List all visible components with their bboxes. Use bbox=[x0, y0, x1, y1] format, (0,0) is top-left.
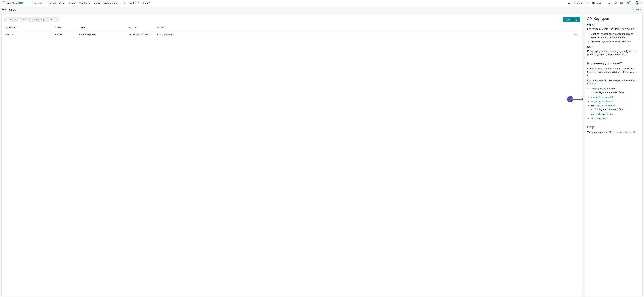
user-text: For querying data and managing configura… bbox=[587, 50, 640, 56]
create-key-button[interactable]: Create key bbox=[563, 17, 580, 22]
chevron-down-icon bbox=[149, 2, 151, 4]
svg-line-7 bbox=[610, 3, 610, 4]
nav-synthetics[interactable]: Synthetics bbox=[78, 1, 92, 4]
help-heading: Help bbox=[587, 125, 640, 129]
help-text: To learn more about API keys, see our do… bbox=[587, 131, 640, 134]
li-license: Existing License keys New keys are manag… bbox=[590, 104, 640, 111]
not-seeing-heading: Not seeing your keys? bbox=[587, 61, 640, 65]
nav-explorer[interactable]: Explorer bbox=[46, 1, 58, 4]
row-actions-button[interactable]: ··· bbox=[574, 33, 579, 36]
external-link-icon bbox=[611, 96, 613, 98]
chevron-down-icon bbox=[640, 2, 642, 4]
chart-icon bbox=[568, 1, 570, 4]
ingest-text: For getting data into New Relic. They in… bbox=[587, 27, 640, 31]
search-button[interactable] bbox=[607, 1, 612, 4]
help-button[interactable] bbox=[613, 1, 618, 4]
ingest-browser-item: Browser keys for browser applications bbox=[590, 40, 640, 43]
nav-browser[interactable]: Browser bbox=[66, 1, 78, 4]
sort-icon bbox=[136, 26, 138, 28]
svg-rect-4 bbox=[593, 3, 594, 4]
nav-divider bbox=[605, 1, 605, 4]
table-row: Account USER Statuspage_key NRAK-8R1****… bbox=[2, 30, 582, 39]
nav-right: Query your data Apps bbox=[566, 1, 642, 5]
link-license-keys[interactable]: License keys bbox=[599, 104, 615, 107]
li-mobile: Mobile App Tokens bbox=[590, 112, 640, 116]
link-mobile[interactable]: Mobile bbox=[590, 113, 600, 115]
annotation-circle: 1 bbox=[567, 96, 573, 102]
svg-point-6 bbox=[608, 2, 610, 3]
ingest-license-item: License keys for agent configuration and… bbox=[590, 32, 640, 39]
query-data-button[interactable]: Query your data bbox=[566, 1, 590, 4]
user-menu[interactable] bbox=[634, 1, 642, 5]
col-name[interactable]: NAME bbox=[79, 26, 129, 28]
annotation-dot bbox=[582, 98, 583, 100]
nav-alerts-ai[interactable]: Alerts & AI bbox=[128, 1, 142, 4]
col-value[interactable]: VALUE bbox=[129, 26, 157, 28]
help-icon bbox=[614, 1, 617, 4]
notifications-button[interactable] bbox=[625, 1, 630, 4]
newrelic-logo-icon bbox=[2, 1, 6, 4]
svg-line-11 bbox=[8, 20, 8, 20]
comment-icon bbox=[620, 1, 623, 4]
logo-text-teal: ONE bbox=[18, 1, 23, 4]
user-heading: User bbox=[587, 45, 640, 48]
cell-account: Account bbox=[5, 33, 55, 36]
svg-rect-3 bbox=[594, 2, 595, 3]
not-seeing-p2: Until then, they can be managed in their… bbox=[587, 79, 640, 86]
external-link-icon bbox=[633, 131, 635, 133]
feedback-button[interactable] bbox=[619, 1, 624, 4]
cell-name: Statuspage_key bbox=[79, 33, 129, 36]
link-see-docs[interactable]: see our docs bbox=[619, 131, 635, 134]
share-icon bbox=[632, 8, 635, 11]
page-title: API keys bbox=[2, 7, 16, 11]
svg-rect-5 bbox=[594, 3, 595, 4]
logo-tm: ™ bbox=[23, 2, 25, 3]
annotation-marker: 1 bbox=[567, 96, 583, 102]
nav-dashboards[interactable]: Dashboards bbox=[30, 1, 46, 4]
li-browser-sub: New keys are managed here bbox=[594, 90, 640, 94]
main-layout: Create key ACCOUNT TYPE NAME VALUE NOTES bbox=[0, 13, 644, 297]
li-insights-query: Insights Query keys bbox=[590, 100, 640, 103]
search-icon bbox=[608, 1, 611, 4]
svg-rect-2 bbox=[593, 2, 594, 3]
link-browser-keys[interactable]: Browser bbox=[599, 87, 610, 90]
li-rest: REST API key bbox=[590, 117, 640, 120]
external-link-icon bbox=[613, 104, 615, 107]
share-button[interactable]: Share bbox=[632, 8, 642, 11]
nav-more[interactable]: More bbox=[142, 1, 153, 4]
svg-point-1 bbox=[4, 2, 4, 3]
li-browser: Existing Browser keys New keys are manag… bbox=[590, 87, 640, 94]
svg-point-10 bbox=[6, 18, 8, 20]
apps-button[interactable]: Apps bbox=[591, 1, 603, 4]
side-panel: API Key types Ingest For getting data in… bbox=[584, 14, 642, 296]
li-license-sub: New keys are managed here bbox=[594, 107, 640, 111]
external-link-icon bbox=[606, 117, 608, 119]
link-insights-query[interactable]: Insights Query keys bbox=[590, 100, 614, 103]
page-header: API keys Share bbox=[0, 6, 644, 13]
filter-input[interactable] bbox=[9, 18, 58, 21]
nav-links: Dashboards Explorer APM Browser Syntheti… bbox=[30, 1, 153, 4]
sort-icon bbox=[86, 26, 87, 28]
cell-notes: For Statuspage bbox=[157, 33, 568, 36]
link-insights-insert[interactable]: Insights Insert keys bbox=[590, 96, 613, 98]
annotation-line bbox=[573, 99, 582, 99]
table-header: ACCOUNT TYPE NAME VALUE NOTES bbox=[2, 24, 582, 30]
nav-mobile[interactable]: Mobile bbox=[92, 1, 102, 4]
logo[interactable]: New Relic ONE™ bbox=[2, 1, 27, 5]
col-account[interactable]: ACCOUNT bbox=[5, 26, 55, 28]
external-link-icon bbox=[612, 100, 614, 102]
top-nav: New Relic ONE™ Dashboards Explorer APM B… bbox=[0, 0, 644, 6]
cell-value: NRAK-8R1******** bbox=[129, 33, 157, 36]
avatar bbox=[635, 1, 639, 5]
filter-input-wrapper[interactable] bbox=[4, 17, 60, 22]
filter-row: Create key bbox=[2, 14, 582, 24]
col-notes: NOTES bbox=[157, 26, 568, 28]
megaphone-icon bbox=[626, 1, 629, 4]
nav-infrastructure[interactable]: Infrastructure bbox=[102, 1, 119, 4]
nav-logs[interactable]: Logs bbox=[119, 1, 127, 4]
ingest-heading: Ingest bbox=[587, 23, 640, 26]
col-type[interactable]: TYPE bbox=[55, 26, 79, 28]
sort-icon bbox=[16, 26, 17, 28]
nav-apm[interactable]: APM bbox=[58, 1, 66, 4]
link-rest-api[interactable]: REST API key bbox=[590, 117, 608, 120]
